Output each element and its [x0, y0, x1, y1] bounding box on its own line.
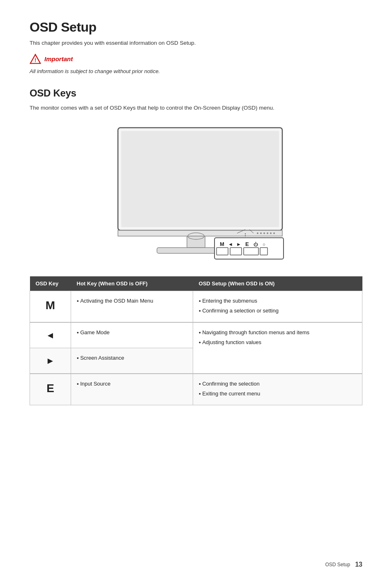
footer-page-number: 13 — [355, 561, 362, 568]
important-label: Important — [44, 53, 73, 65]
col-header-hot-key: Hot Key (When OSD is OFF) — [71, 276, 193, 291]
hot-key-cell: Game Mode — [71, 323, 193, 348]
monitor-illustration: M ◄ ► E ⏻ ○ — [30, 124, 362, 263]
table-row: ◄ Game Mode Navigating through function … — [30, 323, 362, 348]
hot-key-cell: Screen Assistance — [71, 348, 193, 374]
svg-text:○: ○ — [263, 242, 265, 247]
svg-point-7 — [267, 232, 268, 234]
svg-point-8 — [270, 232, 272, 234]
col-header-osd-setup: OSD Setup (When OSD is ON) — [193, 276, 362, 291]
key-symbol-left: ◄ — [36, 328, 65, 342]
hot-key-cell: Activating the OSD Main Menu — [71, 291, 193, 322]
table-row: E Input Source Confirming the selectionE… — [30, 374, 362, 405]
svg-point-6 — [263, 232, 265, 234]
osd-keys-title: OSD Keys — [30, 87, 362, 99]
svg-text:E: E — [245, 241, 249, 247]
osd-keys-desc: The monitor comes with a set of OSD Keys… — [30, 104, 362, 112]
footer-section-label: OSD Setup — [325, 562, 350, 567]
osd-setup-cell: Navigating through function menus and it… — [193, 323, 362, 374]
notice-text: All information is subject to change wit… — [30, 68, 362, 74]
svg-point-4 — [257, 232, 258, 234]
intro-text: This chapter provides you with essential… — [30, 40, 362, 46]
svg-point-5 — [260, 232, 262, 234]
osd-table: OSD Key Hot Key (When OSD is OFF) OSD Se… — [30, 276, 362, 405]
hot-key-cell: Input Source — [71, 374, 193, 405]
key-symbol-e: E — [36, 380, 65, 397]
warning-icon: ! — [30, 53, 41, 65]
svg-text:►: ► — [236, 241, 241, 247]
page-title: OSD Setup — [30, 20, 362, 35]
svg-text:⏻: ⏻ — [254, 242, 258, 247]
col-header-osd-key: OSD Key — [30, 276, 71, 291]
svg-rect-10 — [187, 236, 205, 248]
svg-text:◄: ◄ — [228, 241, 233, 247]
svg-rect-2 — [121, 131, 279, 227]
key-symbol-right: ► — [36, 354, 65, 368]
svg-text:M: M — [220, 241, 224, 247]
svg-text:!: ! — [35, 57, 36, 63]
svg-point-9 — [273, 232, 275, 234]
key-symbol-m: M — [36, 297, 65, 314]
important-box: ! Important — [30, 53, 362, 65]
svg-rect-13 — [214, 238, 284, 259]
table-row: M Activating the OSD Main Menu Entering … — [30, 291, 362, 322]
page-footer: OSD Setup 13 — [325, 561, 363, 568]
osd-setup-cell: Confirming the selectionExiting the curr… — [193, 374, 362, 405]
osd-setup-cell: Entering the submenusConfirming a select… — [193, 291, 362, 322]
